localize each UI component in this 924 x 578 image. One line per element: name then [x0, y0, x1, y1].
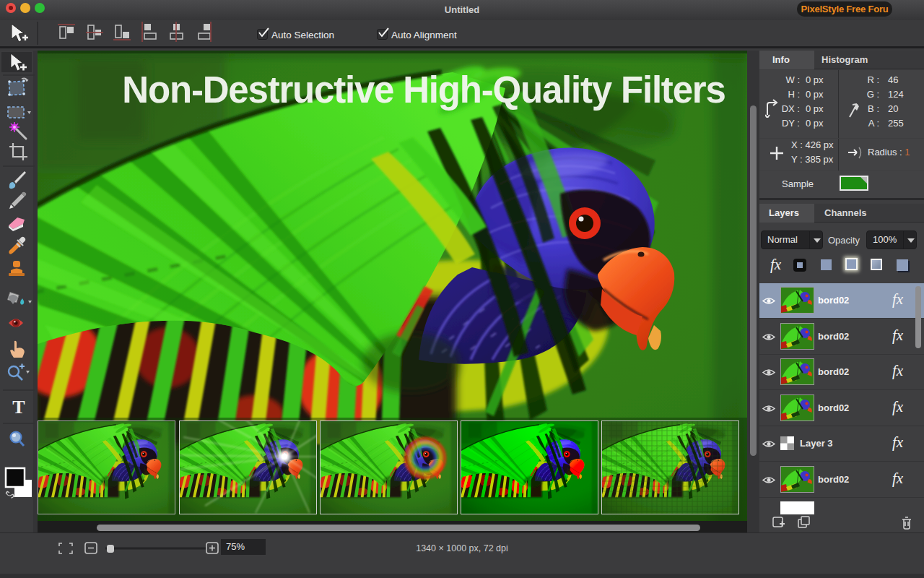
svg-text:Non-Destructive High-Quality F: Non-Destructive High-Quality Filters: [122, 69, 725, 111]
svg-text:T: T: [12, 397, 25, 418]
